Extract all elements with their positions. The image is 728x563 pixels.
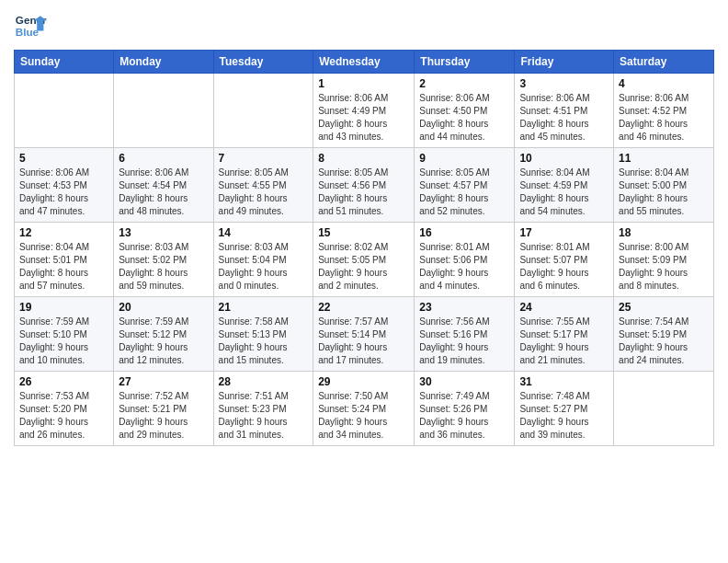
logo: General Blue xyxy=(14,9,47,42)
day-number: 20 xyxy=(119,301,208,314)
calendar-cell: 23Sunrise: 7:56 AMSunset: 5:16 PMDayligh… xyxy=(415,297,515,372)
weekday-header-wednesday: Wednesday xyxy=(313,51,415,74)
calendar-cell: 17Sunrise: 8:01 AMSunset: 5:07 PMDayligh… xyxy=(515,223,614,297)
weekday-header-sunday: Sunday xyxy=(15,51,114,74)
weekday-header-monday: Monday xyxy=(114,51,213,74)
day-number: 22 xyxy=(318,301,409,314)
day-number: 4 xyxy=(619,77,709,90)
day-info: Sunrise: 8:06 AMSunset: 4:52 PMDaylight:… xyxy=(619,92,709,144)
day-info: Sunrise: 7:51 AMSunset: 5:23 PMDaylight:… xyxy=(219,390,309,442)
calendar-cell: 14Sunrise: 8:03 AMSunset: 5:04 PMDayligh… xyxy=(213,223,313,297)
weekday-header-friday: Friday xyxy=(515,51,614,74)
calendar-cell: 9Sunrise: 8:05 AMSunset: 4:57 PMDaylight… xyxy=(415,148,515,223)
day-number: 28 xyxy=(219,375,309,388)
day-info: Sunrise: 7:48 AMSunset: 5:27 PMDaylight:… xyxy=(519,390,609,442)
calendar-cell: 25Sunrise: 7:54 AMSunset: 5:19 PMDayligh… xyxy=(614,297,714,372)
calendar-cell xyxy=(114,74,213,148)
day-number: 5 xyxy=(19,152,108,165)
day-number: 10 xyxy=(519,152,609,165)
calendar-cell: 6Sunrise: 8:06 AMSunset: 4:54 PMDaylight… xyxy=(114,148,213,223)
calendar-cell: 18Sunrise: 8:00 AMSunset: 5:09 PMDayligh… xyxy=(614,223,714,297)
day-info: Sunrise: 8:06 AMSunset: 4:53 PMDaylight:… xyxy=(19,167,108,218)
calendar-cell: 16Sunrise: 8:01 AMSunset: 5:06 PMDayligh… xyxy=(415,223,515,297)
day-number: 1 xyxy=(318,77,409,90)
day-info: Sunrise: 8:05 AMSunset: 4:55 PMDaylight:… xyxy=(219,167,309,218)
day-number: 19 xyxy=(19,301,108,314)
calendar-cell: 26Sunrise: 7:53 AMSunset: 5:20 PMDayligh… xyxy=(15,372,114,446)
calendar-cell: 2Sunrise: 8:06 AMSunset: 4:50 PMDaylight… xyxy=(415,74,515,148)
calendar-cell: 28Sunrise: 7:51 AMSunset: 5:23 PMDayligh… xyxy=(213,372,313,446)
day-info: Sunrise: 7:58 AMSunset: 5:13 PMDaylight:… xyxy=(219,316,309,367)
calendar-cell: 15Sunrise: 8:02 AMSunset: 5:05 PMDayligh… xyxy=(313,223,415,297)
day-number: 30 xyxy=(419,375,509,388)
day-info: Sunrise: 7:49 AMSunset: 5:26 PMDaylight:… xyxy=(419,390,509,442)
calendar-cell xyxy=(15,74,114,148)
calendar-cell: 12Sunrise: 8:04 AMSunset: 5:01 PMDayligh… xyxy=(15,223,114,297)
calendar-cell: 29Sunrise: 7:50 AMSunset: 5:24 PMDayligh… xyxy=(313,372,415,446)
calendar-cell: 4Sunrise: 8:06 AMSunset: 4:52 PMDaylight… xyxy=(614,74,714,148)
calendar-cell: 7Sunrise: 8:05 AMSunset: 4:55 PMDaylight… xyxy=(213,148,313,223)
calendar-cell: 5Sunrise: 8:06 AMSunset: 4:53 PMDaylight… xyxy=(15,148,114,223)
day-info: Sunrise: 7:53 AMSunset: 5:20 PMDaylight:… xyxy=(19,390,108,442)
day-info: Sunrise: 7:54 AMSunset: 5:19 PMDaylight:… xyxy=(619,316,709,367)
day-number: 18 xyxy=(619,226,709,239)
calendar-cell xyxy=(614,372,714,446)
calendar-cell: 24Sunrise: 7:55 AMSunset: 5:17 PMDayligh… xyxy=(515,297,614,372)
day-info: Sunrise: 8:06 AMSunset: 4:50 PMDaylight:… xyxy=(419,92,509,144)
day-info: Sunrise: 7:55 AMSunset: 5:17 PMDaylight:… xyxy=(519,316,609,367)
day-info: Sunrise: 7:59 AMSunset: 5:10 PMDaylight:… xyxy=(19,316,108,367)
day-number: 7 xyxy=(219,152,309,165)
day-number: 23 xyxy=(419,301,509,314)
day-number: 24 xyxy=(519,301,609,314)
day-number: 29 xyxy=(318,375,409,388)
calendar-cell: 19Sunrise: 7:59 AMSunset: 5:10 PMDayligh… xyxy=(15,297,114,372)
calendar-cell: 3Sunrise: 8:06 AMSunset: 4:51 PMDaylight… xyxy=(515,74,614,148)
calendar-cell: 31Sunrise: 7:48 AMSunset: 5:27 PMDayligh… xyxy=(515,372,614,446)
day-info: Sunrise: 8:02 AMSunset: 5:05 PMDaylight:… xyxy=(318,241,409,293)
calendar-cell: 20Sunrise: 7:59 AMSunset: 5:12 PMDayligh… xyxy=(114,297,213,372)
day-info: Sunrise: 7:57 AMSunset: 5:14 PMDaylight:… xyxy=(318,316,409,367)
calendar-cell: 10Sunrise: 8:04 AMSunset: 4:59 PMDayligh… xyxy=(515,148,614,223)
calendar-cell: 27Sunrise: 7:52 AMSunset: 5:21 PMDayligh… xyxy=(114,372,213,446)
calendar-cell: 30Sunrise: 7:49 AMSunset: 5:26 PMDayligh… xyxy=(415,372,515,446)
day-number: 25 xyxy=(619,301,709,314)
weekday-header-tuesday: Tuesday xyxy=(213,51,313,74)
day-info: Sunrise: 8:00 AMSunset: 5:09 PMDaylight:… xyxy=(619,241,709,293)
day-number: 16 xyxy=(419,226,509,239)
weekday-header-row: SundayMondayTuesdayWednesdayThursdayFrid… xyxy=(15,51,714,74)
calendar-cell: 21Sunrise: 7:58 AMSunset: 5:13 PMDayligh… xyxy=(213,297,313,372)
day-info: Sunrise: 7:52 AMSunset: 5:21 PMDaylight:… xyxy=(119,390,208,442)
calendar-week-3: 12Sunrise: 8:04 AMSunset: 5:01 PMDayligh… xyxy=(15,223,714,297)
day-number: 3 xyxy=(519,77,609,90)
page-container: General Blue SundayMondayTuesdayWednesda… xyxy=(0,0,728,455)
day-info: Sunrise: 8:01 AMSunset: 5:06 PMDaylight:… xyxy=(419,241,509,293)
day-number: 2 xyxy=(419,77,509,90)
calendar-cell: 13Sunrise: 8:03 AMSunset: 5:02 PMDayligh… xyxy=(114,223,213,297)
day-number: 6 xyxy=(119,152,208,165)
day-number: 9 xyxy=(419,152,509,165)
day-info: Sunrise: 7:50 AMSunset: 5:24 PMDaylight:… xyxy=(318,390,409,442)
day-number: 21 xyxy=(219,301,309,314)
day-info: Sunrise: 8:06 AMSunset: 4:49 PMDaylight:… xyxy=(318,92,409,144)
day-number: 17 xyxy=(519,226,609,239)
calendar-week-1: 1Sunrise: 8:06 AMSunset: 4:49 PMDaylight… xyxy=(15,74,714,148)
calendar-cell: 8Sunrise: 8:05 AMSunset: 4:56 PMDaylight… xyxy=(313,148,415,223)
day-info: Sunrise: 8:06 AMSunset: 4:51 PMDaylight:… xyxy=(519,92,609,144)
day-info: Sunrise: 7:56 AMSunset: 5:16 PMDaylight:… xyxy=(419,316,509,367)
calendar-week-4: 19Sunrise: 7:59 AMSunset: 5:10 PMDayligh… xyxy=(15,297,714,372)
day-info: Sunrise: 8:04 AMSunset: 5:00 PMDaylight:… xyxy=(619,167,709,218)
day-number: 26 xyxy=(19,375,108,388)
calendar-week-2: 5Sunrise: 8:06 AMSunset: 4:53 PMDaylight… xyxy=(15,148,714,223)
day-info: Sunrise: 8:03 AMSunset: 5:02 PMDaylight:… xyxy=(119,241,208,293)
day-number: 12 xyxy=(19,226,108,239)
day-number: 13 xyxy=(119,226,208,239)
calendar-cell: 1Sunrise: 8:06 AMSunset: 4:49 PMDaylight… xyxy=(313,74,415,148)
day-info: Sunrise: 8:01 AMSunset: 5:07 PMDaylight:… xyxy=(519,241,609,293)
day-number: 11 xyxy=(619,152,709,165)
calendar-cell: 22Sunrise: 7:57 AMSunset: 5:14 PMDayligh… xyxy=(313,297,415,372)
day-info: Sunrise: 8:05 AMSunset: 4:57 PMDaylight:… xyxy=(419,167,509,218)
day-number: 15 xyxy=(318,226,409,239)
day-number: 8 xyxy=(318,152,409,165)
day-info: Sunrise: 7:59 AMSunset: 5:12 PMDaylight:… xyxy=(119,316,208,367)
weekday-header-thursday: Thursday xyxy=(415,51,515,74)
